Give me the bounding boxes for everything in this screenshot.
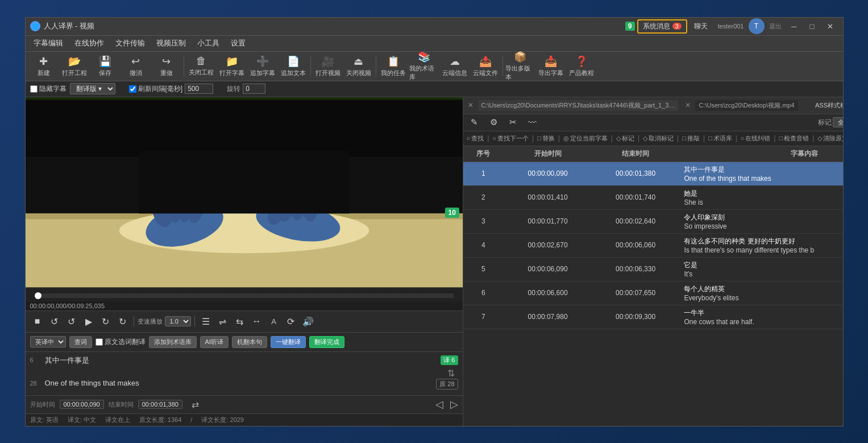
menu-settings[interactable]: 设置: [225, 36, 251, 50]
undo-btn[interactable]: ↩ 撤消: [121, 53, 151, 79]
export-subtitle-btn[interactable]: 📥 导出字幕: [536, 53, 566, 79]
forward-1s-btn[interactable]: ↻: [98, 314, 113, 329]
export-multi-btn[interactable]: 📦 导出多版本: [505, 53, 535, 79]
align3-btn[interactable]: ↔: [250, 314, 264, 329]
wave-icon-btn[interactable]: 〰: [525, 115, 541, 129]
start-val[interactable]: 00:00:00,090: [60, 400, 104, 409]
redo-btn[interactable]: ↪ 重做: [152, 53, 181, 79]
table-row[interactable]: 4 00:00:02,670 00:00:06,060 有这么多不同的种类 更好…: [463, 233, 843, 257]
logout-btn[interactable]: 退出: [769, 22, 782, 31]
table-row[interactable]: 3 00:00:01,770 00:00:02,640 令人印象深刻 So im…: [463, 209, 843, 233]
close-btn[interactable]: ✕: [823, 20, 838, 32]
table-row[interactable]: 2 00:00:01,410 00:00:01,740 她是 She is: [463, 185, 843, 209]
refresh-checkbox-input[interactable]: [129, 85, 136, 93]
my-tasks-btn[interactable]: 📋 我的任务: [379, 53, 408, 79]
action-replace[interactable]: □ 替换: [537, 134, 555, 143]
tab-file-1[interactable]: C:\Users\zcg20\Documents\RRYSJ\tasks\tas…: [478, 100, 679, 111]
add-lib-btn[interactable]: 添加到术语库: [149, 336, 197, 348]
close-project-btn[interactable]: 🗑 关闭工程: [186, 53, 216, 79]
vol-btn[interactable]: ☰: [198, 314, 213, 329]
rewind-1s-btn[interactable]: ↺: [64, 314, 79, 329]
cell-content: 它是 It's: [679, 257, 842, 281]
align-btn[interactable]: ⇌: [215, 314, 230, 329]
orig-badge[interactable]: 原 28: [436, 379, 458, 390]
menu-subtitle-edit[interactable]: 字幕编辑: [28, 36, 69, 50]
lookup-btn[interactable]: 查词: [69, 336, 92, 348]
timeline-bar[interactable]: [35, 293, 454, 298]
close-tab-icon-2[interactable]: ✕: [685, 101, 691, 109]
prev-sub-btn[interactable]: ◁: [435, 398, 443, 411]
refresh-checkbox[interactable]: 刷新间隔[毫秒]: [129, 84, 183, 94]
trans-text[interactable]: One of the things that makes: [45, 379, 433, 387]
action-mark[interactable]: ◇ 标记: [616, 134, 634, 143]
close-video-btn[interactable]: ⏏ 关闭视频: [344, 53, 373, 79]
ai-listen-btn[interactable]: AI听译: [200, 336, 229, 348]
open-video-btn[interactable]: 🎥 打开视频: [313, 53, 343, 79]
mark-selector[interactable]: 全部: [833, 117, 842, 127]
stop-btn[interactable]: ■: [30, 314, 45, 329]
open-project-btn[interactable]: 📂 打开工程: [60, 53, 89, 79]
action-refine[interactable]: □ 推敲: [682, 134, 700, 143]
settings-icon-btn[interactable]: ⚙: [486, 115, 502, 129]
mute-btn[interactable]: 🔊: [301, 314, 315, 329]
minimize-btn[interactable]: ─: [786, 20, 802, 32]
edit-icon-btn[interactable]: ✎: [467, 115, 483, 129]
action-check-typo[interactable]: □ 检查音错: [779, 134, 809, 143]
append-subtitle-btn[interactable]: ➕ 追加字幕: [248, 53, 277, 79]
loop-btn[interactable]: ⟳: [284, 314, 298, 329]
table-row[interactable]: 1 00:00:00,090 00:00:01,380 其中一件事是 One o…: [463, 162, 843, 185]
table-row[interactable]: 7 00:00:07,980 00:00:09,300 一牛半 One cows…: [463, 305, 843, 329]
rotate-input[interactable]: [243, 84, 265, 94]
new-btn[interactable]: ✚ 新建: [29, 53, 59, 79]
table-row[interactable]: 5 00:00:06,090 00:00:06,330 它是 It's: [463, 257, 843, 281]
machine-trans-btn[interactable]: 机翻本句: [232, 336, 267, 348]
menu-file-transfer[interactable]: 文件传输: [110, 36, 151, 50]
align2-btn[interactable]: ⇆: [232, 314, 247, 329]
mode-selector[interactable]: 翻译版 ▾: [70, 83, 115, 94]
action-online-check[interactable]: ○ 在线纠错: [741, 134, 771, 143]
hide-subtitle-checkbox[interactable]: 隐藏字幕: [30, 84, 67, 94]
forward-5s-btn[interactable]: ↻: [115, 314, 130, 329]
action-locate[interactable]: ◎ 定位当前字幕: [563, 134, 608, 143]
hide-subtitle-input[interactable]: [30, 85, 38, 93]
sub-table-wrap[interactable]: 序号 开始时间 结束时间 字幕内容 1 00:00:00,090 00:00:0…: [463, 146, 843, 426]
play-btn[interactable]: ▶: [81, 314, 96, 329]
chat-btn[interactable]: 聊天: [690, 20, 712, 32]
maximize-btn[interactable]: □: [804, 20, 820, 32]
save-btn[interactable]: 💾 保存: [90, 53, 120, 79]
tutorial-btn[interactable]: ❓ 产品教程: [567, 53, 596, 79]
action-clear-orig[interactable]: ◇ 清除原文: [817, 134, 842, 143]
cut-icon-btn[interactable]: ✂: [505, 115, 521, 129]
close-tab-icon-1[interactable]: ✕: [468, 101, 474, 109]
my-lib-btn[interactable]: 📚 我的术语库: [409, 53, 439, 79]
action-term-lib[interactable]: □ 术语库: [708, 134, 732, 143]
swap-time-icon[interactable]: ⇄: [192, 399, 199, 410]
menu-tools[interactable]: 小工具: [192, 36, 225, 50]
orig-select-input[interactable]: [95, 338, 103, 346]
action-find-next[interactable]: ○ 查找下一个: [492, 134, 529, 143]
append-text-btn[interactable]: 📄 追加文本: [279, 53, 308, 79]
menu-online-collab[interactable]: 在线协作: [69, 36, 110, 50]
font-btn[interactable]: A: [267, 314, 281, 329]
tab-file-2[interactable]: C:\Users\zcg20\Desktop\视频.mp4: [695, 100, 798, 111]
table-row[interactable]: 6 00:00:06,600 00:00:07,650 每个人的精英 Every…: [463, 281, 843, 305]
action-unmark[interactable]: ◇ 取消标记: [643, 134, 674, 143]
menu-video-compress[interactable]: 视频压制: [151, 36, 192, 50]
end-val[interactable]: 00:00:01,380: [138, 400, 182, 409]
rewind-5s-btn[interactable]: ↺: [47, 314, 62, 329]
cloud-info-btn[interactable]: ☁ 云端信息: [440, 53, 470, 79]
trans-complete-btn[interactable]: 翻译完成: [309, 336, 344, 348]
sys-msg-btn[interactable]: 系统消息 3: [637, 19, 687, 34]
next-sub-btn[interactable]: ▷: [450, 398, 458, 411]
src-text[interactable]: 其中一件事是: [45, 355, 438, 366]
notif-badge[interactable]: 9: [625, 22, 635, 31]
cloud-file-btn[interactable]: 📤 云端文件: [471, 53, 500, 79]
orig-select-checkbox[interactable]: 原文选词翻译: [95, 337, 146, 347]
open-subtitle-btn[interactable]: 📁 打开字幕: [217, 53, 247, 79]
refresh-input[interactable]: [185, 84, 213, 94]
action-find[interactable]: ○ 查找: [467, 134, 484, 143]
trans-badge[interactable]: 译 6: [441, 355, 458, 365]
lang-selector[interactable]: 英译中: [30, 336, 66, 347]
speed-select[interactable]: 1.0: [165, 316, 191, 326]
one-key-trans-btn[interactable]: 一键翻译: [271, 336, 306, 348]
